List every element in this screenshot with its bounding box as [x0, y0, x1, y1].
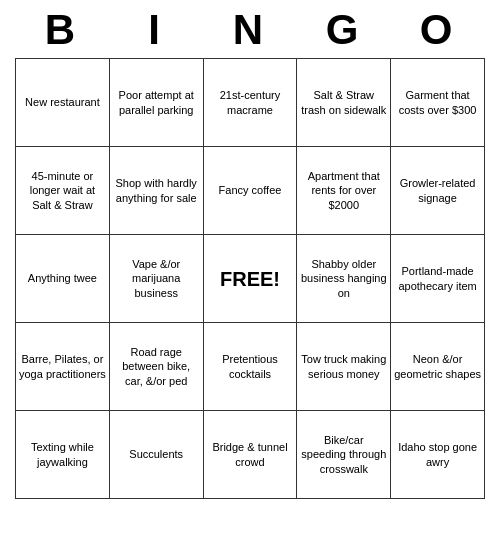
bingo-title: B I N G O [15, 0, 485, 58]
cell-r3-c2: Pretentious cocktails [203, 323, 297, 411]
cell-r2-c3: Shabby older business hanging on [297, 235, 391, 323]
cell-r1-c0: 45-minute or longer wait at Salt & Straw [16, 147, 110, 235]
title-o: O [394, 6, 482, 54]
title-b: B [18, 6, 106, 54]
cell-r2-c1: Vape &/or marijuana business [109, 235, 203, 323]
cell-r1-c1: Shop with hardly anything for sale [109, 147, 203, 235]
cell-r2-c0: Anything twee [16, 235, 110, 323]
cell-r0-c3: Salt & Straw trash on sidewalk [297, 59, 391, 147]
cell-r0-c0: New restaurant [16, 59, 110, 147]
bingo-grid: New restaurantPoor attempt at parallel p… [15, 58, 485, 499]
cell-r4-c4: Idaho stop gone awry [391, 411, 485, 499]
cell-r4-c3: Bike/car speeding through crosswalk [297, 411, 391, 499]
cell-r3-c3: Tow truck making serious money [297, 323, 391, 411]
cell-r0-c4: Garment that costs over $300 [391, 59, 485, 147]
cell-r2-c2: FREE! [203, 235, 297, 323]
cell-r2-c4: Portland-made apothecary item [391, 235, 485, 323]
cell-r1-c3: Apartment that rents for over $2000 [297, 147, 391, 235]
cell-r1-c4: Growler-related signage [391, 147, 485, 235]
cell-r4-c2: Bridge & tunnel crowd [203, 411, 297, 499]
title-g: G [300, 6, 388, 54]
cell-r4-c1: Succulents [109, 411, 203, 499]
cell-r3-c1: Road rage between bike, car, &/or ped [109, 323, 203, 411]
cell-r3-c4: Neon &/or geometric shapes [391, 323, 485, 411]
cell-r4-c0: Texting while jaywalking [16, 411, 110, 499]
title-i: I [112, 6, 200, 54]
cell-r0-c1: Poor attempt at parallel parking [109, 59, 203, 147]
cell-r0-c2: 21st-century macrame [203, 59, 297, 147]
cell-r3-c0: Barre, Pilates, or yoga practitioners [16, 323, 110, 411]
cell-r1-c2: Fancy coffee [203, 147, 297, 235]
title-n: N [206, 6, 294, 54]
